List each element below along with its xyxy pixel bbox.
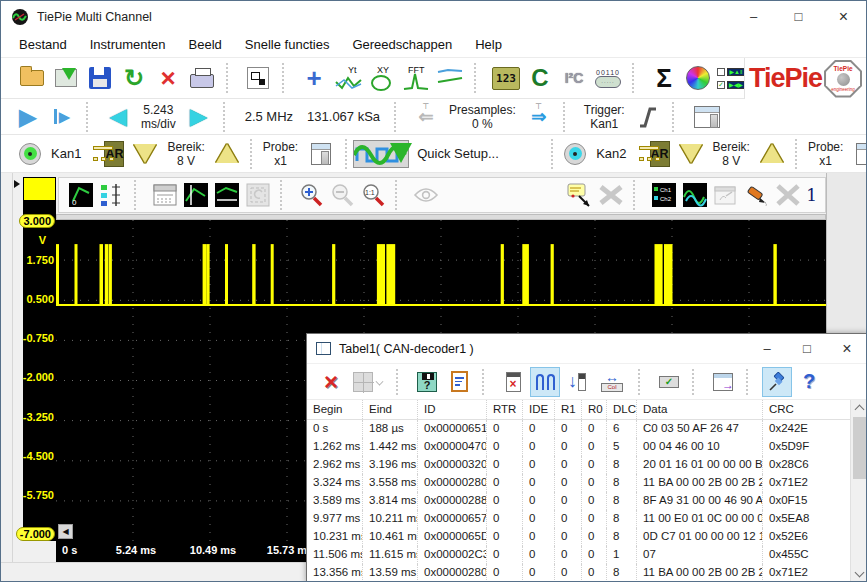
open-button[interactable] xyxy=(16,62,48,94)
col-id[interactable]: ID xyxy=(418,400,487,419)
show-signal-columns-button[interactable] xyxy=(530,367,560,397)
col-begin[interactable]: Begin xyxy=(307,400,363,419)
channel2-range-up-button[interactable] xyxy=(761,144,783,163)
table-row[interactable]: 3.589 ms3.814 ms0x00000288000088F A9 31 … xyxy=(307,492,851,510)
graph-cursor-button[interactable] xyxy=(181,180,210,210)
colors-button[interactable] xyxy=(682,62,714,94)
axis-offsets-button[interactable] xyxy=(97,180,126,210)
table-row[interactable]: 9.977 ms10.211 ms0x000006570000811 00 E0… xyxy=(307,510,851,528)
save-table-button[interactable]: ? xyxy=(412,367,442,397)
autoscale-button[interactable]: 0 xyxy=(66,180,95,210)
menu-beeld[interactable]: Beeld xyxy=(189,37,235,52)
table-row[interactable]: 2.962 ms3.196 ms0x000003200000820 01 16 … xyxy=(307,456,851,474)
marker-pen-button[interactable] xyxy=(742,180,771,210)
scroll-up-button[interactable] xyxy=(851,400,867,416)
oneshot-button[interactable]: ▶ xyxy=(46,101,78,133)
table-row[interactable]: 3.324 ms3.558 ms0x000002800000811 BA 00 … xyxy=(307,474,851,492)
menu-snelle-functies[interactable]: Snelle functies xyxy=(245,37,343,52)
channel1-range-down-button[interactable] xyxy=(134,144,156,163)
validate-table-button[interactable]: ✓ xyxy=(654,367,684,397)
delete-button[interactable]: × xyxy=(152,62,184,94)
table-title-bar[interactable]: Tabel1( CAN-decoder1 ) – □ × xyxy=(307,334,867,364)
col-eind[interactable]: Eind xyxy=(363,400,418,419)
minimize-button[interactable]: – xyxy=(731,1,776,32)
copy-table-button[interactable] xyxy=(444,367,474,397)
sort-button[interactable]: ↓ xyxy=(562,367,592,397)
meter-button[interactable]: 123 xyxy=(490,62,522,94)
object-tree-button[interactable] xyxy=(242,62,274,94)
quick-setup-button[interactable]: Quick Setup... xyxy=(353,138,543,170)
table-minimize-button[interactable]: – xyxy=(747,334,787,364)
table-view-button[interactable] xyxy=(150,180,179,210)
table-row[interactable]: 11.506 ms11.615 ms0x000002C300001070x455… xyxy=(307,546,851,564)
table-row[interactable]: 13.356 ms13.59 ms0x000002800000811 BA 00… xyxy=(307,564,851,582)
delete-table-button[interactable]: × xyxy=(316,367,346,397)
add-comment-button[interactable] xyxy=(565,180,594,210)
start-button[interactable]: ▶ xyxy=(12,101,44,133)
scrollbar-thumb[interactable] xyxy=(853,417,866,479)
remove-column-button[interactable]: × xyxy=(498,367,528,397)
channel1-settings-button[interactable] xyxy=(305,138,337,170)
table-row[interactable]: 0 s188 µs0x0000065100006C0 03 50 AF 26 4… xyxy=(307,420,851,438)
channel1-axis-handle[interactable] xyxy=(24,178,55,200)
can-decoder-button[interactable]: C xyxy=(524,62,556,94)
menu-help[interactable]: Help xyxy=(475,37,515,52)
col-ide[interactable]: IDE xyxy=(523,400,555,419)
print-button[interactable] xyxy=(186,62,218,94)
export-table-button[interactable]: → xyxy=(708,367,738,397)
refresh-button[interactable]: ↻ xyxy=(118,62,150,94)
close-button[interactable]: × xyxy=(821,1,866,32)
legend-button[interactable]: Ch1Ch2 xyxy=(649,180,678,210)
add-instrument-button[interactable]: + xyxy=(298,62,330,94)
zoom-reset-button[interactable]: 1:1 xyxy=(358,180,387,210)
collapse-arrow-icon[interactable] xyxy=(14,180,20,188)
help-button[interactable]: ? xyxy=(794,367,824,397)
menu-gereedschappen[interactable]: Gereedschappen xyxy=(352,37,465,52)
maximize-button[interactable]: □ xyxy=(776,1,821,32)
left-splitter[interactable] xyxy=(1,173,13,562)
col-rtr[interactable]: RTR xyxy=(487,400,523,419)
yt-graph-button[interactable]: Yt xyxy=(332,62,364,94)
channel2-enable-button[interactable] xyxy=(559,138,591,170)
table-scrollbar[interactable] xyxy=(850,400,867,582)
level-line-button[interactable] xyxy=(212,180,241,210)
trigger-settings-button[interactable] xyxy=(688,101,726,133)
time-graph-button[interactable] xyxy=(434,62,466,94)
save-button[interactable] xyxy=(84,62,116,94)
channel2-autorange-button[interactable]: AR xyxy=(650,141,670,167)
xy-graph-button[interactable]: XY xyxy=(366,62,398,94)
serial-decoder-button[interactable]: 00110 ····· xyxy=(592,62,624,94)
col-crc[interactable]: CRC xyxy=(763,400,851,419)
presamples-increase-button[interactable]: ⊤⇒ xyxy=(523,101,555,133)
table-row[interactable]: 10.231 ms10.461 ms0x0000065D000080D C7 0… xyxy=(307,528,851,546)
math-sum-button[interactable]: Σ xyxy=(648,62,680,94)
zoom-in-button[interactable] xyxy=(296,180,325,210)
channel1-autorange-button[interactable]: AR xyxy=(104,141,124,167)
col-r1[interactable]: R1 xyxy=(555,400,582,419)
pin-window-button[interactable] xyxy=(762,367,792,397)
y-axis-tick[interactable]: 3.000 xyxy=(19,214,55,228)
table-header[interactable]: Begin Eind ID RTR IDE R1 R0 DLC Data CRC xyxy=(307,400,851,420)
col-r0[interactable]: R0 xyxy=(582,400,607,419)
timebase-slower-button[interactable]: ◀ xyxy=(102,101,134,133)
col-data[interactable]: Data xyxy=(637,400,763,419)
i2c-decoder-button[interactable]: I²C xyxy=(558,62,590,94)
timebase-faster-button[interactable]: ▶ xyxy=(183,101,215,133)
trigger-edge-button[interactable] xyxy=(632,101,664,133)
channel1-range-up-button[interactable] xyxy=(216,144,238,163)
menu-instrumenten[interactable]: Instrumenten xyxy=(90,37,179,52)
fit-columns-button[interactable]: ↔ Col xyxy=(594,367,630,397)
table-row[interactable]: 1.262 ms1.442 ms0x000004700000500 04 46 … xyxy=(307,438,851,456)
x-scroll-left-button[interactable]: ◀ xyxy=(58,524,73,539)
table-close-button[interactable]: × xyxy=(827,334,867,364)
fft-graph-button[interactable]: FFT xyxy=(400,62,432,94)
presamples-decrease-button[interactable]: ⊤⇐ xyxy=(410,101,442,133)
graph-style-button[interactable] xyxy=(680,180,709,210)
channel2-range-down-button[interactable] xyxy=(680,144,702,163)
channel1-enable-button[interactable] xyxy=(14,138,46,170)
scroll-down-button[interactable] xyxy=(851,566,867,582)
channel2-settings-button[interactable] xyxy=(850,138,867,170)
y-axis-tick[interactable]: -7.000 xyxy=(16,527,55,541)
table-maximize-button[interactable]: □ xyxy=(787,334,827,364)
import-data-button[interactable] xyxy=(50,62,82,94)
